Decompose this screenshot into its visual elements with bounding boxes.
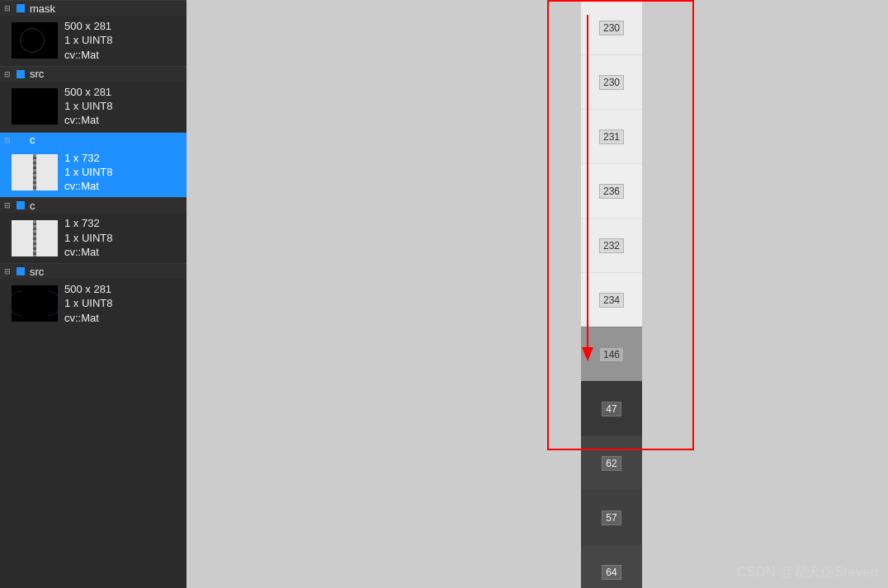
thumbnail [12,285,58,322]
meta-dtype: 1 x UINT8 [64,166,113,179]
meta-dim: 500 x 281 [64,86,113,99]
pixel-value-label: 230 [599,21,624,35]
item-header[interactable]: ⊟src [0,264,187,279]
expander-icon[interactable]: ⊟ [3,201,12,209]
item-body[interactable]: 500 x 2811 x UINT8cv::Mat [0,16,187,66]
item-header[interactable]: ⊟src [0,67,187,82]
color-chip-icon [17,4,25,12]
watermark: CSDN @翟天保Steven [737,564,878,581]
meta-dim: 500 x 281 [64,20,113,33]
expander-icon[interactable]: ⊟ [3,4,12,12]
item-meta: 500 x 2811 x UINT8cv::Mat [64,20,113,62]
thumbnail [12,88,58,125]
item-body[interactable]: 500 x 2811 x UINT8cv::Mat [0,279,187,329]
item-header[interactable]: ⊟c [0,198,187,213]
meta-typ: cv::Mat [64,312,113,325]
pixel-cell[interactable]: 64 [581,544,642,588]
pixel-value-label: 236 [599,184,624,199]
pixel-value-label: 230 [599,75,624,90]
pixel-cell[interactable]: 230 [581,0,642,54]
meta-typ: cv::Mat [64,246,113,259]
watch-item-c-2[interactable]: ⊟c1 x 7321 x UINT8cv::Mat [0,132,187,198]
watch-item-mask-0[interactable]: ⊟mask500 x 2811 x UINT8cv::Mat [0,0,187,66]
item-name-label: c [30,134,35,146]
item-meta: 500 x 2811 x UINT8cv::Mat [64,86,113,128]
meta-dim: 1 x 732 [64,152,113,165]
watch-item-src-4[interactable]: ⊟src500 x 2811 x UINT8cv::Mat [0,263,187,329]
item-name-label: c [30,200,35,212]
watch-item-c-3[interactable]: ⊟c1 x 7321 x UINT8cv::Mat [0,197,187,263]
color-chip-icon [17,136,25,144]
main-canvas[interactable]: 23023023123623223414647625764 CSDN @翟天保S… [191,0,888,588]
meta-typ: cv::Mat [64,114,113,127]
pixel-value-label: 57 [602,510,621,525]
item-body[interactable]: 500 x 2811 x UINT8cv::Mat [0,82,187,132]
item-name-label: src [30,68,44,80]
thumbnail [12,22,58,59]
pixel-column: 23023023123623223414647625764 [581,0,642,588]
expander-icon[interactable]: ⊟ [3,70,12,78]
sidebar: ⊟mask500 x 2811 x UINT8cv::Mat⊟src500 x … [0,0,187,588]
pixel-value-label: 146 [599,347,624,362]
pixel-cell[interactable]: 57 [581,490,642,544]
expander-icon[interactable]: ⊟ [3,136,12,144]
meta-dtype: 1 x UINT8 [64,232,113,245]
item-name-label: mask [30,2,55,15]
item-header[interactable]: ⊟mask [0,1,187,16]
item-body[interactable]: 1 x 7321 x UINT8cv::Mat [0,213,187,263]
pixel-cell[interactable]: 234 [581,272,642,327]
watch-item-src-1[interactable]: ⊟src500 x 2811 x UINT8cv::Mat [0,66,187,132]
item-meta: 1 x 7321 x UINT8cv::Mat [64,152,113,194]
pixel-cell[interactable]: 230 [581,54,642,109]
pixel-cell[interactable]: 232 [581,218,642,272]
pixel-value-label: 234 [599,293,624,308]
pixel-cell[interactable]: 62 [581,435,642,490]
pixel-value-label: 47 [602,402,621,416]
meta-dim: 500 x 281 [64,283,113,296]
meta-dtype: 1 x UINT8 [64,297,113,310]
pixel-cell[interactable]: 47 [581,381,642,435]
meta-dtype: 1 x UINT8 [64,100,113,113]
pixel-cell[interactable]: 231 [581,109,642,163]
item-meta: 500 x 2811 x UINT8cv::Mat [64,283,113,325]
pixel-value-label: 231 [599,129,624,144]
pixel-cell[interactable]: 236 [581,163,642,218]
color-chip-icon [17,267,25,275]
meta-dtype: 1 x UINT8 [64,34,113,47]
item-meta: 1 x 7321 x UINT8cv::Mat [64,217,113,259]
thumbnail [12,154,58,191]
meta-typ: cv::Mat [64,49,113,62]
pixel-cell[interactable]: 146 [581,327,642,381]
thumbnail [12,220,58,256]
meta-dim: 1 x 732 [64,217,113,230]
item-header[interactable]: ⊟c [0,133,187,148]
pixel-value-label: 62 [602,456,621,471]
color-chip-icon [17,201,25,209]
item-body[interactable]: 1 x 7321 x UINT8cv::Mat [0,148,187,198]
expander-icon[interactable]: ⊟ [3,267,12,275]
pixel-value-label: 64 [602,565,621,580]
meta-typ: cv::Mat [64,180,113,193]
item-name-label: src [30,266,44,278]
color-chip-icon [17,70,25,78]
pixel-value-label: 232 [599,238,624,253]
